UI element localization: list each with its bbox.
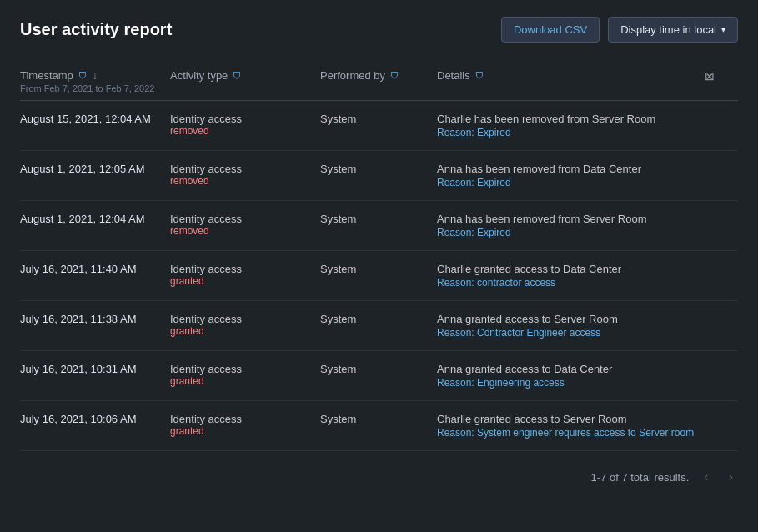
details-cell: Charlie has been removed from Server Roo… (437, 113, 705, 138)
activity-type-label: Activity type (170, 69, 228, 82)
performed-by-cell: System (320, 263, 437, 275)
details-reason: Reason: contractor access (437, 277, 695, 289)
details-label: Details (437, 69, 470, 82)
performed-by-filter-icon[interactable]: ⛉ (390, 71, 399, 81)
clear-filters-column: ⊠ (705, 69, 738, 93)
table-row: July 16, 2021, 11:38 AM Identity access … (20, 301, 738, 351)
timestamp-column-header: Timestamp ⛉ ↓ From Feb 7, 2021 to Feb 7,… (20, 69, 170, 93)
download-csv-button[interactable]: Download CSV (501, 17, 600, 43)
pagination-next-button[interactable]: › (724, 468, 738, 486)
table-row: August 1, 2021, 12:05 AM Identity access… (20, 151, 738, 201)
activity-status: granted (170, 425, 310, 437)
activity-type-cell: Identity access granted (170, 363, 320, 387)
activity-type-cell: Identity access removed (170, 213, 320, 237)
activity-status: granted (170, 375, 310, 387)
timestamp-cell: August 1, 2021, 12:05 AM (20, 163, 170, 175)
activity-name: Identity access (170, 363, 310, 375)
details-main: Anna granted access to Data Center (437, 363, 695, 375)
display-time-button[interactable]: Display time in local ▾ (608, 17, 738, 43)
header-actions: Download CSV Display time in local ▾ (501, 17, 738, 43)
activity-type-cell: Identity access removed (170, 113, 320, 137)
timestamp-cell: July 16, 2021, 10:06 AM (20, 413, 170, 425)
header-row: User activity report Download CSV Displa… (20, 17, 738, 43)
details-main: Anna granted access to Server Room (437, 313, 695, 325)
details-cell: Charlie granted access to Data Center Re… (437, 263, 705, 289)
clear-filters-icon[interactable]: ⊠ (705, 69, 738, 83)
timestamp-sort-icon[interactable]: ↓ (93, 70, 98, 82)
details-column-header: Details ⛉ (437, 69, 705, 93)
page-title: User activity report (20, 20, 172, 39)
table-body: August 15, 2021, 12:04 AM Identity acces… (20, 101, 738, 451)
details-filter-icon[interactable]: ⛉ (475, 71, 484, 81)
pagination-summary: 1-7 of 7 total results. (591, 471, 690, 484)
performed-by-cell: System (320, 163, 437, 175)
timestamp-sub: From Feb 7, 2021 to Feb 7, 2022 (20, 83, 170, 93)
details-cell: Anna granted access to Server Room Reaso… (437, 313, 705, 339)
details-main: Anna has been removed from Server Room (437, 213, 695, 225)
activity-status: granted (170, 325, 310, 337)
table-row: August 1, 2021, 12:04 AM Identity access… (20, 201, 738, 251)
activity-type-column-header: Activity type ⛉ (170, 69, 320, 93)
timestamp-cell: July 16, 2021, 11:38 AM (20, 313, 170, 325)
activity-status: removed (170, 125, 310, 137)
performed-by-cell: System (320, 363, 437, 375)
details-main: Charlie has been removed from Server Roo… (437, 113, 695, 125)
performed-by-cell: System (320, 213, 437, 225)
pagination-prev-button[interactable]: ‹ (699, 468, 713, 486)
details-cell: Anna has been removed from Data Center R… (437, 163, 705, 188)
activity-name: Identity access (170, 413, 310, 425)
details-cell: Anna has been removed from Server Room R… (437, 213, 705, 238)
activity-name: Identity access (170, 113, 310, 125)
performed-by-column-header: Performed by ⛉ (320, 69, 437, 93)
details-main: Charlie granted access to Data Center (437, 263, 695, 275)
details-reason: Reason: Expired (437, 127, 695, 138)
display-time-label: Display time in local (620, 23, 716, 36)
details-main: Charlie granted access to Server Room (437, 413, 695, 425)
activity-type-cell: Identity access removed (170, 163, 320, 187)
timestamp-cell: July 16, 2021, 11:40 AM (20, 263, 170, 275)
table-row: July 16, 2021, 11:40 AM Identity access … (20, 251, 738, 301)
table-row: July 16, 2021, 10:06 AM Identity access … (20, 401, 738, 451)
activity-table: Timestamp ⛉ ↓ From Feb 7, 2021 to Feb 7,… (20, 63, 738, 451)
activity-status: removed (170, 175, 310, 187)
activity-type-filter-icon[interactable]: ⛉ (233, 71, 242, 81)
performed-by-cell: System (320, 413, 437, 425)
chevron-down-icon: ▾ (721, 25, 725, 34)
activity-status: granted (170, 275, 310, 287)
activity-type-cell: Identity access granted (170, 413, 320, 437)
page-container: User activity report Download CSV Displa… (0, 0, 758, 503)
details-reason: Reason: Contractor Engineer access (437, 327, 695, 339)
timestamp-cell: July 16, 2021, 10:31 AM (20, 363, 170, 375)
details-reason: Reason: Expired (437, 177, 695, 188)
performed-by-label: Performed by (320, 69, 385, 82)
performed-by-cell: System (320, 113, 437, 125)
details-cell: Anna granted access to Data Center Reaso… (437, 363, 705, 389)
pagination-row: 1-7 of 7 total results. ‹ › (20, 468, 738, 486)
activity-name: Identity access (170, 263, 310, 275)
timestamp-cell: August 15, 2021, 12:04 AM (20, 113, 170, 125)
activity-name: Identity access (170, 313, 310, 325)
timestamp-cell: August 1, 2021, 12:04 AM (20, 213, 170, 225)
details-cell: Charlie granted access to Server Room Re… (437, 413, 705, 439)
table-header: Timestamp ⛉ ↓ From Feb 7, 2021 to Feb 7,… (20, 63, 738, 101)
performed-by-cell: System (320, 313, 437, 325)
activity-name: Identity access (170, 213, 310, 225)
activity-type-cell: Identity access granted (170, 263, 320, 287)
timestamp-filter-icon[interactable]: ⛉ (78, 71, 88, 81)
activity-name: Identity access (170, 163, 310, 175)
activity-status: removed (170, 225, 310, 237)
table-row: July 16, 2021, 10:31 AM Identity access … (20, 351, 738, 401)
table-row: August 15, 2021, 12:04 AM Identity acces… (20, 101, 738, 151)
details-reason: Reason: System engineer requires access … (437, 427, 695, 439)
activity-type-cell: Identity access granted (170, 313, 320, 337)
details-reason: Reason: Engineering access (437, 377, 695, 389)
details-reason: Reason: Expired (437, 227, 695, 238)
timestamp-label: Timestamp (20, 69, 73, 82)
details-main: Anna has been removed from Data Center (437, 163, 695, 175)
